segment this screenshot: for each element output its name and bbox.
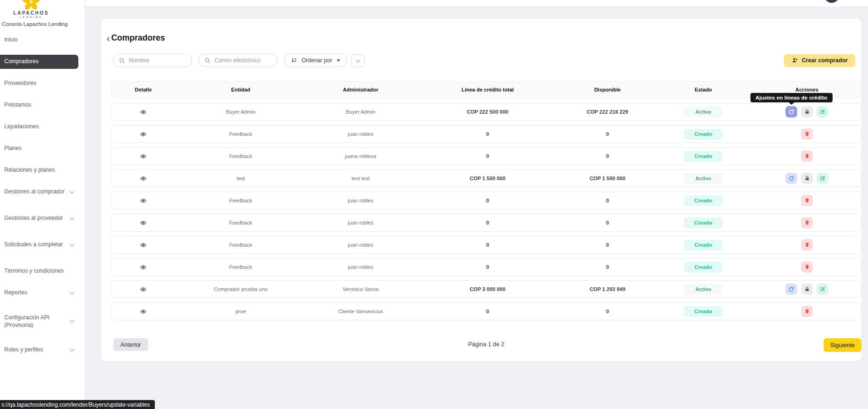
status-badge: Creado <box>684 195 723 206</box>
name-filter[interactable] <box>113 54 192 67</box>
view-detail-button[interactable] <box>139 241 147 249</box>
view-detail-button[interactable] <box>139 197 147 205</box>
eye-icon <box>140 264 146 270</box>
lock-button[interactable] <box>801 173 813 184</box>
view-detail-button[interactable] <box>139 263 147 271</box>
sidebar-item-gestiones-al-proveedor[interactable]: Gestiones al proveedor <box>0 211 78 225</box>
credit-line-adjust-button[interactable] <box>785 106 797 117</box>
delete-button[interactable] <box>801 239 813 250</box>
table-row: testtest testCOP 1 500 000COP 1 500 000A… <box>111 169 861 187</box>
eye-icon <box>140 131 146 137</box>
sidebar-item-reportes[interactable]: Reportes <box>0 286 78 300</box>
status-cell: Activo <box>655 107 752 117</box>
view-detail-button[interactable] <box>139 219 147 227</box>
lock-button[interactable] <box>801 106 813 117</box>
edit-pencil-icon <box>820 109 826 115</box>
action-button-wrap <box>817 284 828 295</box>
cell-text: 0 <box>606 153 609 159</box>
available-cell: 0 <box>560 198 655 203</box>
chevron-down-icon <box>70 290 75 294</box>
cell-text: Feedback <box>229 264 252 270</box>
sidebar-item-planes[interactable]: Planes <box>0 142 78 156</box>
brand-name: LAPACHOS <box>0 10 62 16</box>
actions-cell <box>752 306 862 317</box>
admin-cell: juana roblesa <box>306 153 415 159</box>
sidebar-item-compradores[interactable]: Compradores <box>0 55 78 69</box>
edit-button[interactable] <box>817 106 828 117</box>
cell-text: 0 <box>486 131 489 137</box>
cell-text: COP 1 500 000 <box>470 175 506 181</box>
filter-toolbar: Ordenar por Crear comprador <box>113 54 855 67</box>
cell-text: test <box>236 175 245 181</box>
entity-cell: Buyer Admin <box>175 109 306 115</box>
delete-button[interactable] <box>801 128 813 140</box>
edit-button[interactable] <box>817 173 828 184</box>
table-row: Feedbackjuan robles00Creado <box>111 192 861 209</box>
edit-button[interactable] <box>817 284 828 295</box>
create-buyer-button[interactable]: Crear comprador <box>784 54 855 67</box>
delete-button[interactable] <box>801 150 813 162</box>
sidebar-item-proveedores[interactable]: Proveedores <box>0 76 78 91</box>
sidebar-item-label: Términos y condiciones <box>4 267 74 275</box>
email-filter[interactable] <box>198 54 278 67</box>
email-filter-input[interactable] <box>214 57 271 64</box>
view-detail-button[interactable] <box>139 175 147 183</box>
credit-line-adjust-button[interactable] <box>785 173 797 184</box>
action-button-wrap <box>801 128 813 140</box>
sidebar-item-terminos-y-condiciones[interactable]: Términos y condiciones <box>0 264 78 278</box>
name-filter-input[interactable] <box>129 57 186 64</box>
available-cell: 0 <box>560 131 655 137</box>
pagination: Anterior Página 1 de 2 Siguiente <box>111 338 861 351</box>
create-buyer-label: Crear comprador <box>802 57 848 64</box>
search-icon <box>119 58 125 64</box>
buyers-table: DetalleEntidadAdministradorLínea de créd… <box>111 81 861 325</box>
sidebar-item-roles-y-perfiles[interactable]: Roles y perfiles <box>0 343 78 357</box>
view-detail-button[interactable] <box>139 285 147 293</box>
back-chevron-icon[interactable]: ‹ <box>107 33 110 43</box>
sidebar-item-inicio[interactable]: Inicio <box>0 33 78 47</box>
view-detail-button[interactable] <box>139 152 147 160</box>
action-button-wrap <box>801 284 813 295</box>
sidebar-item-label: Inicio <box>4 36 74 44</box>
sidebar-item-prestamos[interactable]: Préstamos <box>0 98 78 112</box>
sidebar-item-configuracion-api-provisoria[interactable]: Configuración API (Provisoria) <box>0 312 78 331</box>
view-detail-button[interactable] <box>139 130 147 138</box>
table-row: Feedbackjuana roblesa00Creado <box>111 147 861 165</box>
cell-text: juan robles <box>348 242 373 248</box>
view-detail-button[interactable] <box>139 308 147 316</box>
status-cell: Creado <box>655 306 752 317</box>
sidebar-item-solicitudes-a-completar[interactable]: Solicitudes a completar <box>0 238 78 252</box>
credit-line-adjust-button[interactable] <box>785 284 797 295</box>
chevron-down-icon <box>355 58 360 62</box>
sidebar-item-gestiones-al-comprador[interactable]: Gestiones al comprador <box>0 185 78 199</box>
lock-button[interactable] <box>801 284 813 295</box>
cell-text: Comprador prueba uno <box>214 286 268 292</box>
delete-button[interactable] <box>801 195 813 206</box>
trash-icon <box>804 131 810 137</box>
cell-text: COP 1 293 949 <box>590 286 625 292</box>
cell-text: 0 <box>606 198 609 203</box>
entity-cell: Feedback <box>175 153 306 159</box>
next-page-button[interactable]: Siguiente <box>824 338 861 352</box>
actions-cell <box>752 150 862 162</box>
cell-text: Buyer Admin <box>226 109 255 115</box>
action-button-wrap <box>801 195 813 206</box>
actions-group <box>801 306 813 317</box>
cell-text: 0 <box>606 242 609 248</box>
status-badge: Creado <box>684 129 723 140</box>
chevron-down-icon <box>70 347 75 351</box>
sidebar-item-relaciones-y-planes[interactable]: Relaciones y planes <box>0 163 78 177</box>
expand-filters-button[interactable] <box>351 54 365 67</box>
status-badge: Activo <box>684 107 723 117</box>
table-row: prueCliente Vansevicius00Creado <box>111 302 861 320</box>
admin-cell: juan robles <box>306 242 415 248</box>
delete-button[interactable] <box>801 306 813 317</box>
sidebar-item-liquidaciones[interactable]: Liquidaciones <box>0 120 78 134</box>
chevron-down-icon <box>70 189 75 193</box>
view-detail-button[interactable] <box>139 108 147 116</box>
delete-button[interactable] <box>801 217 813 228</box>
sort-by-button[interactable]: Ordenar por <box>284 54 347 67</box>
delete-button[interactable] <box>801 261 813 273</box>
entity-cell: Feedback <box>175 198 306 203</box>
eye-icon <box>140 109 146 115</box>
